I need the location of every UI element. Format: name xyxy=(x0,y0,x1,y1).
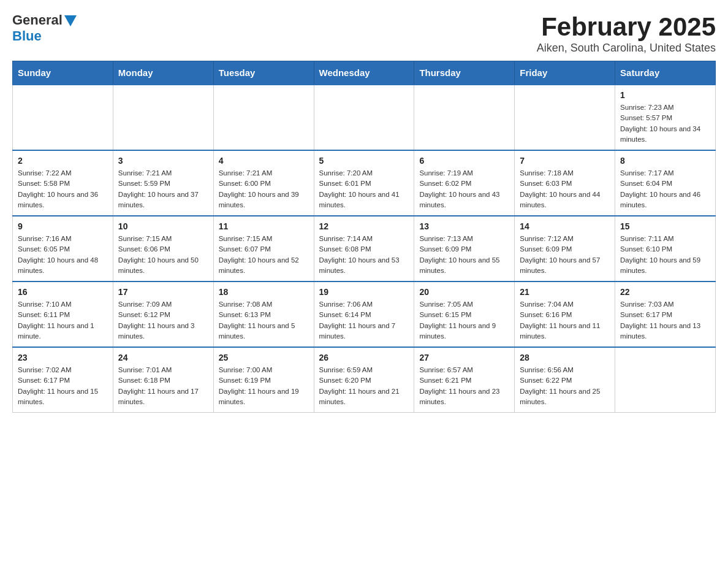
day-info: Sunrise: 7:15 AMSunset: 6:07 PMDaylight:… xyxy=(219,235,299,274)
day-info: Sunrise: 7:01 AMSunset: 6:18 PMDaylight:… xyxy=(118,366,199,405)
table-row xyxy=(615,347,716,413)
day-info: Sunrise: 7:23 AMSunset: 5:57 PMDaylight:… xyxy=(620,104,700,143)
header-thursday: Thursday xyxy=(414,61,515,85)
logo: General Blue xyxy=(12,12,77,44)
day-number: 18 xyxy=(219,287,309,297)
day-number: 26 xyxy=(319,353,409,362)
header-friday: Friday xyxy=(515,61,615,85)
weekday-header-row: Sunday Monday Tuesday Wednesday Thursday… xyxy=(13,61,716,85)
calendar-week-row: 1 Sunrise: 7:23 AMSunset: 5:57 PMDayligh… xyxy=(13,85,716,150)
day-info: Sunrise: 6:59 AMSunset: 6:20 PMDaylight:… xyxy=(319,366,400,405)
day-number: 1 xyxy=(620,90,710,100)
table-row: 25 Sunrise: 7:00 AMSunset: 6:19 PMDaylig… xyxy=(213,347,314,413)
day-number: 21 xyxy=(520,287,610,297)
table-row: 17 Sunrise: 7:09 AMSunset: 6:12 PMDaylig… xyxy=(113,282,213,347)
table-row: 15 Sunrise: 7:11 AMSunset: 6:10 PMDaylig… xyxy=(615,216,716,282)
table-row: 9 Sunrise: 7:16 AMSunset: 6:05 PMDayligh… xyxy=(13,216,113,282)
table-row xyxy=(113,85,213,150)
day-number: 28 xyxy=(520,353,610,362)
title-block: February 2025 Aiken, South Carolina, Uni… xyxy=(537,12,716,55)
calendar-table: Sunday Monday Tuesday Wednesday Thursday… xyxy=(12,61,716,413)
day-info: Sunrise: 7:09 AMSunset: 6:12 PMDaylight:… xyxy=(118,301,195,340)
day-info: Sunrise: 7:10 AMSunset: 6:11 PMDaylight:… xyxy=(18,301,94,340)
calendar-week-row: 16 Sunrise: 7:10 AMSunset: 6:11 PMDaylig… xyxy=(13,282,716,347)
header-saturday: Saturday xyxy=(615,61,716,85)
table-row xyxy=(213,85,314,150)
day-number: 14 xyxy=(520,221,610,231)
day-info: Sunrise: 7:19 AMSunset: 6:02 PMDaylight:… xyxy=(419,169,499,209)
day-info: Sunrise: 7:20 AMSunset: 6:01 PMDaylight:… xyxy=(319,169,400,209)
day-number: 4 xyxy=(219,156,309,166)
table-row: 6 Sunrise: 7:19 AMSunset: 6:02 PMDayligh… xyxy=(414,150,515,216)
table-row: 18 Sunrise: 7:08 AMSunset: 6:13 PMDaylig… xyxy=(213,282,314,347)
day-info: Sunrise: 7:03 AMSunset: 6:17 PMDaylight:… xyxy=(620,301,700,340)
day-number: 10 xyxy=(118,221,208,231)
calendar-week-row: 9 Sunrise: 7:16 AMSunset: 6:05 PMDayligh… xyxy=(13,216,716,282)
table-row: 2 Sunrise: 7:22 AMSunset: 5:58 PMDayligh… xyxy=(13,150,113,216)
day-number: 23 xyxy=(18,353,108,362)
table-row: 21 Sunrise: 7:04 AMSunset: 6:16 PMDaylig… xyxy=(515,282,615,347)
table-row: 7 Sunrise: 7:18 AMSunset: 6:03 PMDayligh… xyxy=(515,150,615,216)
day-info: Sunrise: 6:57 AMSunset: 6:21 PMDaylight:… xyxy=(419,366,499,405)
table-row: 27 Sunrise: 6:57 AMSunset: 6:21 PMDaylig… xyxy=(414,347,515,413)
table-row xyxy=(414,85,515,150)
logo-general-text: General xyxy=(12,12,63,28)
header-tuesday: Tuesday xyxy=(213,61,314,85)
table-row: 26 Sunrise: 6:59 AMSunset: 6:20 PMDaylig… xyxy=(314,347,414,413)
day-info: Sunrise: 7:00 AMSunset: 6:19 PMDaylight:… xyxy=(219,366,299,405)
day-info: Sunrise: 7:14 AMSunset: 6:08 PMDaylight:… xyxy=(319,235,400,274)
table-row xyxy=(314,85,414,150)
day-info: Sunrise: 7:22 AMSunset: 5:58 PMDaylight:… xyxy=(18,169,98,209)
table-row: 19 Sunrise: 7:06 AMSunset: 6:14 PMDaylig… xyxy=(314,282,414,347)
day-number: 8 xyxy=(620,156,710,166)
day-info: Sunrise: 7:06 AMSunset: 6:14 PMDaylight:… xyxy=(319,301,396,340)
day-number: 2 xyxy=(18,156,108,166)
day-number: 6 xyxy=(419,156,509,166)
day-info: Sunrise: 7:05 AMSunset: 6:15 PMDaylight:… xyxy=(419,301,496,340)
day-number: 25 xyxy=(219,353,309,362)
table-row xyxy=(13,85,113,150)
logo-triangle-icon xyxy=(64,15,77,26)
table-row xyxy=(515,85,615,150)
table-row: 5 Sunrise: 7:20 AMSunset: 6:01 PMDayligh… xyxy=(314,150,414,216)
table-row: 20 Sunrise: 7:05 AMSunset: 6:15 PMDaylig… xyxy=(414,282,515,347)
calendar-title: February 2025 xyxy=(537,12,716,42)
day-info: Sunrise: 7:13 AMSunset: 6:09 PMDaylight:… xyxy=(419,235,499,274)
page-header: General Blue February 2025 Aiken, South … xyxy=(12,12,716,55)
table-row: 24 Sunrise: 7:01 AMSunset: 6:18 PMDaylig… xyxy=(113,347,213,413)
day-info: Sunrise: 7:21 AMSunset: 5:59 PMDaylight:… xyxy=(118,169,199,209)
table-row: 12 Sunrise: 7:14 AMSunset: 6:08 PMDaylig… xyxy=(314,216,414,282)
day-info: Sunrise: 7:12 AMSunset: 6:09 PMDaylight:… xyxy=(520,235,600,274)
header-sunday: Sunday xyxy=(13,61,113,85)
day-number: 7 xyxy=(520,156,610,166)
day-info: Sunrise: 7:08 AMSunset: 6:13 PMDaylight:… xyxy=(219,301,295,340)
day-number: 3 xyxy=(118,156,208,166)
day-number: 9 xyxy=(18,221,108,231)
calendar-week-row: 2 Sunrise: 7:22 AMSunset: 5:58 PMDayligh… xyxy=(13,150,716,216)
day-info: Sunrise: 7:17 AMSunset: 6:04 PMDaylight:… xyxy=(620,169,700,209)
table-row: 28 Sunrise: 6:56 AMSunset: 6:22 PMDaylig… xyxy=(515,347,615,413)
day-number: 13 xyxy=(419,221,509,231)
day-number: 20 xyxy=(419,287,509,297)
day-info: Sunrise: 6:56 AMSunset: 6:22 PMDaylight:… xyxy=(520,366,600,405)
logo-blue-text: Blue xyxy=(12,28,42,44)
day-number: 15 xyxy=(620,221,710,231)
svg-marker-0 xyxy=(64,15,77,26)
day-number: 5 xyxy=(319,156,409,166)
day-number: 16 xyxy=(18,287,108,297)
table-row: 14 Sunrise: 7:12 AMSunset: 6:09 PMDaylig… xyxy=(515,216,615,282)
table-row: 10 Sunrise: 7:15 AMSunset: 6:06 PMDaylig… xyxy=(113,216,213,282)
table-row: 11 Sunrise: 7:15 AMSunset: 6:07 PMDaylig… xyxy=(213,216,314,282)
day-number: 19 xyxy=(319,287,409,297)
table-row: 22 Sunrise: 7:03 AMSunset: 6:17 PMDaylig… xyxy=(615,282,716,347)
day-info: Sunrise: 7:04 AMSunset: 6:16 PMDaylight:… xyxy=(520,301,600,340)
day-number: 27 xyxy=(419,353,509,362)
day-info: Sunrise: 7:21 AMSunset: 6:00 PMDaylight:… xyxy=(219,169,299,209)
day-info: Sunrise: 7:15 AMSunset: 6:06 PMDaylight:… xyxy=(118,235,199,274)
table-row: 23 Sunrise: 7:02 AMSunset: 6:17 PMDaylig… xyxy=(13,347,113,413)
day-number: 17 xyxy=(118,287,208,297)
day-info: Sunrise: 7:16 AMSunset: 6:05 PMDaylight:… xyxy=(18,235,98,274)
day-info: Sunrise: 7:11 AMSunset: 6:10 PMDaylight:… xyxy=(620,235,700,274)
calendar-subtitle: Aiken, South Carolina, United States xyxy=(537,42,716,55)
table-row: 8 Sunrise: 7:17 AMSunset: 6:04 PMDayligh… xyxy=(615,150,716,216)
